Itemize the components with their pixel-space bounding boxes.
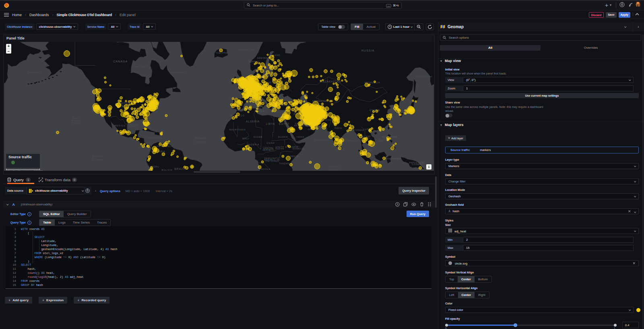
svg-text:CANADA: CANADA xyxy=(113,60,128,63)
svg-text:RUSSIA: RUSSIA xyxy=(361,49,375,52)
svg-text:NORWAY: NORWAY xyxy=(249,60,260,63)
svg-text:EGYPT: EGYPT xyxy=(279,122,289,125)
svg-text:INDIA: INDIA xyxy=(334,127,342,129)
svg-text:Labrador Sea: Labrador Sea xyxy=(171,71,185,73)
svg-text:Norwegian Sea: Norwegian Sea xyxy=(238,48,255,51)
svg-text:Ocean: Ocean xyxy=(328,168,339,171)
svg-text:Hudson Bay: Hudson Bay xyxy=(133,65,146,68)
svg-text:INDONESIA: INDONESIA xyxy=(386,157,401,160)
svg-text:KENYA: KENYA xyxy=(290,155,299,157)
svg-text:MYANMAR: MYANMAR xyxy=(353,129,364,131)
svg-text:CHAD: CHAD xyxy=(266,142,275,144)
svg-text:ALGERIA: ALGERIA xyxy=(246,120,260,123)
svg-text:REPUBLIC: REPUBLIC xyxy=(263,149,275,151)
svg-text:THE CONGO: THE CONGO xyxy=(265,160,279,162)
svg-text:MALI: MALI xyxy=(242,137,249,140)
svg-text:Sea: Sea xyxy=(379,140,383,142)
svg-text:YEMEN: YEMEN xyxy=(296,136,304,138)
svg-text:LIBYA: LIBYA xyxy=(266,122,275,125)
svg-text:Bering Sea: Bering Sea xyxy=(28,71,40,73)
svg-text:SUDAN: SUDAN xyxy=(275,147,284,150)
svg-text:BOLIVIA: BOLIVIA xyxy=(162,169,173,171)
svg-text:Arabian Sea: Arabian Sea xyxy=(314,139,327,141)
svg-text:CHINA: CHINA xyxy=(369,109,380,112)
svg-text:GUINEA: GUINEA xyxy=(412,163,421,166)
svg-text:NIGERIA: NIGERIA xyxy=(248,143,259,146)
svg-text:MAURITANIA: MAURITANIA xyxy=(229,128,246,131)
svg-text:SOMALIA: SOMALIA xyxy=(293,147,304,150)
svg-text:SWEDEN: SWEDEN xyxy=(257,57,268,59)
svg-text:SUDAN: SUDAN xyxy=(278,136,288,138)
svg-text:MEXICO: MEXICO xyxy=(114,124,126,127)
svg-text:Ocean: Ocean xyxy=(196,140,206,144)
svg-text:Sea of Okhotsk: Sea of Okhotsk xyxy=(415,75,432,78)
svg-text:Pacific: Pacific xyxy=(92,154,103,158)
svg-text:Atlantic: Atlantic xyxy=(195,137,207,140)
svg-text:Caribbean Sea: Caribbean Sea xyxy=(146,137,162,139)
svg-text:NIGER: NIGER xyxy=(253,136,262,138)
svg-text:Mexico: Mexico xyxy=(130,125,138,128)
svg-text:Ocean: Ocean xyxy=(72,122,80,124)
svg-text:Ocean: Ocean xyxy=(93,158,103,161)
